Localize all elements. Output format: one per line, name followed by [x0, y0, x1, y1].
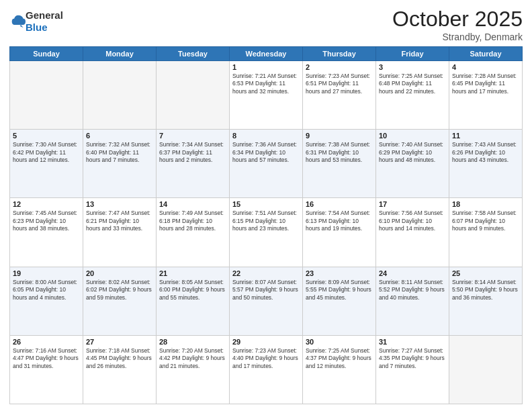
cell-text: Sunrise: 7:34 AM Sunset: 6:37 PM Dayligh… — [159, 141, 226, 164]
cell-text: Sunrise: 8:07 AM Sunset: 5:57 PM Dayligh… — [232, 279, 300, 302]
calendar-table: SundayMondayTuesdayWednesdayThursdayFrid… — [9, 46, 523, 404]
title-block: October 2025 Strandby, Denmark — [392, 7, 523, 42]
logo: General Blue — [9, 9, 63, 34]
calendar-cell: 19Sunrise: 8:00 AM Sunset: 6:05 PM Dayli… — [10, 267, 83, 335]
cell-text: Sunrise: 7:49 AM Sunset: 6:18 PM Dayligh… — [159, 210, 226, 232]
day-number: 31 — [379, 338, 446, 346]
calendar-cell: 15Sunrise: 7:51 AM Sunset: 6:15 PM Dayli… — [230, 198, 303, 267]
calendar-cell — [449, 335, 523, 404]
calendar-cell: 22Sunrise: 8:07 AM Sunset: 5:57 PM Dayli… — [230, 267, 303, 335]
title-month: October 2025 — [392, 7, 523, 32]
calendar-week-row: 26Sunrise: 7:16 AM Sunset: 4:47 PM Dayli… — [10, 335, 523, 404]
calendar-week-row: 12Sunrise: 7:45 AM Sunset: 6:23 PM Dayli… — [10, 198, 523, 267]
calendar-cell — [83, 61, 157, 130]
cell-text: Sunrise: 7:23 AM Sunset: 4:40 PM Dayligh… — [232, 347, 300, 370]
weekday-header-friday: Friday — [376, 47, 449, 61]
calendar-cell: 8Sunrise: 7:36 AM Sunset: 6:34 PM Daylig… — [230, 130, 303, 198]
calendar-week-row: 1Sunrise: 7:21 AM Sunset: 6:53 PM Daylig… — [10, 61, 523, 130]
day-number: 22 — [232, 269, 300, 277]
weekday-header-monday: Monday — [83, 47, 157, 61]
cell-text: Sunrise: 7:18 AM Sunset: 4:45 PM Dayligh… — [86, 347, 153, 370]
day-number: 3 — [379, 63, 446, 71]
cell-text: Sunrise: 7:16 AM Sunset: 4:47 PM Dayligh… — [13, 347, 80, 370]
cell-text: Sunrise: 7:47 AM Sunset: 6:21 PM Dayligh… — [86, 210, 153, 232]
calendar-cell: 28Sunrise: 7:20 AM Sunset: 4:42 PM Dayli… — [157, 335, 230, 404]
day-number: 5 — [13, 132, 80, 140]
day-number: 14 — [159, 200, 226, 208]
weekday-header-saturday: Saturday — [449, 47, 523, 61]
cell-text: Sunrise: 7:20 AM Sunset: 4:42 PM Dayligh… — [159, 347, 226, 370]
cell-text: Sunrise: 7:58 AM Sunset: 6:07 PM Dayligh… — [452, 210, 519, 232]
day-number: 20 — [86, 269, 153, 277]
day-number: 10 — [379, 132, 446, 140]
cell-text: Sunrise: 7:25 AM Sunset: 6:48 PM Dayligh… — [379, 73, 446, 95]
cell-text: Sunrise: 7:25 AM Sunset: 4:37 PM Dayligh… — [306, 347, 373, 370]
calendar-cell: 6Sunrise: 7:32 AM Sunset: 6:40 PM Daylig… — [83, 130, 157, 198]
weekday-header-wednesday: Wednesday — [230, 47, 303, 61]
cell-text: Sunrise: 7:21 AM Sunset: 6:53 PM Dayligh… — [232, 73, 300, 95]
calendar-cell: 18Sunrise: 7:58 AM Sunset: 6:07 PM Dayli… — [449, 198, 523, 267]
calendar-cell: 23Sunrise: 8:09 AM Sunset: 5:55 PM Dayli… — [303, 267, 376, 335]
day-number: 30 — [306, 338, 373, 346]
cell-text: Sunrise: 7:38 AM Sunset: 6:31 PM Dayligh… — [306, 141, 373, 164]
calendar-cell: 1Sunrise: 7:21 AM Sunset: 6:53 PM Daylig… — [230, 61, 303, 130]
calendar-cell: 12Sunrise: 7:45 AM Sunset: 6:23 PM Dayli… — [10, 198, 83, 267]
calendar-week-row: 19Sunrise: 8:00 AM Sunset: 6:05 PM Dayli… — [10, 267, 523, 335]
day-number: 19 — [13, 269, 80, 277]
calendar-cell — [10, 61, 83, 130]
day-number: 2 — [306, 63, 373, 71]
day-number: 9 — [306, 132, 373, 140]
calendar-cell: 11Sunrise: 7:43 AM Sunset: 6:26 PM Dayli… — [449, 130, 523, 198]
cell-text: Sunrise: 7:30 AM Sunset: 6:42 PM Dayligh… — [13, 141, 80, 164]
calendar-week-row: 5Sunrise: 7:30 AM Sunset: 6:42 PM Daylig… — [10, 130, 523, 198]
cell-text: Sunrise: 7:45 AM Sunset: 6:23 PM Dayligh… — [13, 210, 80, 232]
logo-blue: Blue — [26, 21, 48, 33]
calendar-cell: 26Sunrise: 7:16 AM Sunset: 4:47 PM Dayli… — [10, 335, 83, 404]
cell-text: Sunrise: 8:02 AM Sunset: 6:02 PM Dayligh… — [86, 279, 153, 302]
cell-text: Sunrise: 7:54 AM Sunset: 6:13 PM Dayligh… — [306, 210, 373, 232]
day-number: 21 — [159, 269, 226, 277]
day-number: 13 — [86, 200, 153, 208]
day-number: 26 — [13, 338, 80, 346]
day-number: 28 — [159, 338, 226, 346]
calendar-cell: 9Sunrise: 7:38 AM Sunset: 6:31 PM Daylig… — [303, 130, 376, 198]
cell-text: Sunrise: 8:09 AM Sunset: 5:55 PM Dayligh… — [306, 279, 373, 302]
day-number: 15 — [232, 200, 300, 208]
day-number: 18 — [452, 200, 519, 208]
cell-text: Sunrise: 8:14 AM Sunset: 5:50 PM Dayligh… — [452, 279, 519, 302]
weekday-header-sunday: Sunday — [10, 47, 83, 61]
calendar-cell: 21Sunrise: 8:05 AM Sunset: 6:00 PM Dayli… — [157, 267, 230, 335]
day-number: 23 — [306, 269, 373, 277]
cell-text: Sunrise: 7:27 AM Sunset: 4:35 PM Dayligh… — [379, 347, 446, 370]
calendar-cell: 29Sunrise: 7:23 AM Sunset: 4:40 PM Dayli… — [230, 335, 303, 404]
calendar-cell: 30Sunrise: 7:25 AM Sunset: 4:37 PM Dayli… — [303, 335, 376, 404]
cell-text: Sunrise: 8:11 AM Sunset: 5:52 PM Dayligh… — [379, 279, 446, 302]
calendar-cell: 20Sunrise: 8:02 AM Sunset: 6:02 PM Dayli… — [83, 267, 157, 335]
calendar-cell: 10Sunrise: 7:40 AM Sunset: 6:29 PM Dayli… — [376, 130, 449, 198]
cell-text: Sunrise: 7:23 AM Sunset: 6:51 PM Dayligh… — [306, 73, 373, 95]
cell-text: Sunrise: 8:00 AM Sunset: 6:05 PM Dayligh… — [13, 279, 80, 302]
calendar-cell: 7Sunrise: 7:34 AM Sunset: 6:37 PM Daylig… — [157, 130, 230, 198]
cell-text: Sunrise: 8:05 AM Sunset: 6:00 PM Dayligh… — [159, 279, 226, 302]
calendar-cell: 2Sunrise: 7:23 AM Sunset: 6:51 PM Daylig… — [303, 61, 376, 130]
day-number: 24 — [379, 269, 446, 277]
weekday-header-row: SundayMondayTuesdayWednesdayThursdayFrid… — [10, 47, 523, 61]
day-number: 6 — [86, 132, 153, 140]
day-number: 17 — [379, 200, 446, 208]
calendar-cell: 14Sunrise: 7:49 AM Sunset: 6:18 PM Dayli… — [157, 198, 230, 267]
cell-text: Sunrise: 7:32 AM Sunset: 6:40 PM Dayligh… — [86, 141, 153, 164]
day-number: 1 — [232, 63, 300, 71]
day-number: 7 — [159, 132, 226, 140]
calendar-cell: 4Sunrise: 7:28 AM Sunset: 6:45 PM Daylig… — [449, 61, 523, 130]
cell-text: Sunrise: 7:28 AM Sunset: 6:45 PM Dayligh… — [452, 73, 519, 95]
day-number: 16 — [306, 200, 373, 208]
day-number: 4 — [452, 63, 519, 71]
weekday-header-tuesday: Tuesday — [157, 47, 230, 61]
calendar-cell: 16Sunrise: 7:54 AM Sunset: 6:13 PM Dayli… — [303, 198, 376, 267]
cell-text: Sunrise: 7:36 AM Sunset: 6:34 PM Dayligh… — [232, 141, 300, 164]
calendar-cell: 27Sunrise: 7:18 AM Sunset: 4:45 PM Dayli… — [83, 335, 157, 404]
calendar-cell: 17Sunrise: 7:56 AM Sunset: 6:10 PM Dayli… — [376, 198, 449, 267]
page: General Blue October 2025 Strandby, Denm… — [0, 0, 532, 411]
title-location: Strandby, Denmark — [392, 32, 523, 42]
day-number: 11 — [452, 132, 519, 140]
